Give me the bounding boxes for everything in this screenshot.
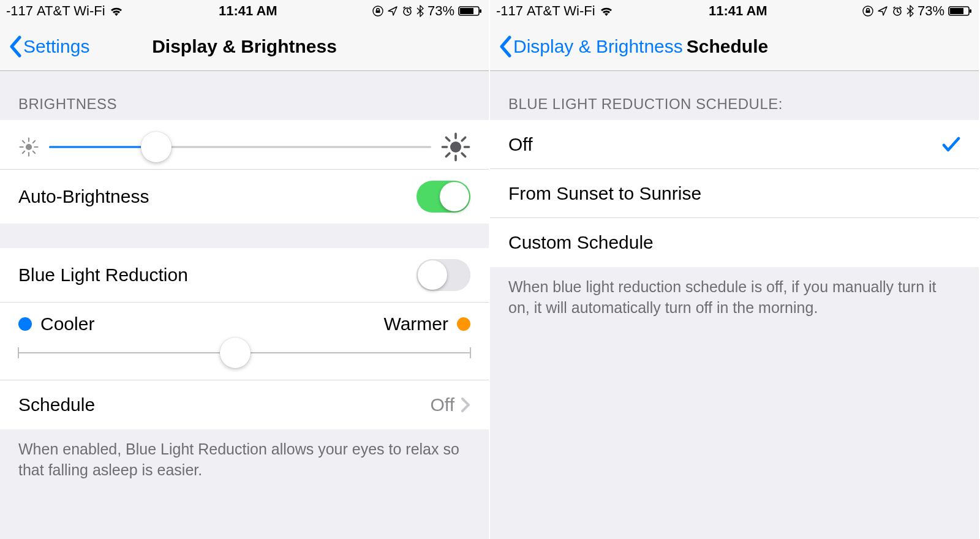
- alarm-icon: [892, 6, 903, 17]
- temperature-labels: Cooler Warmer: [0, 303, 489, 334]
- page-title: Schedule: [687, 36, 768, 57]
- option-label: From Sunset to Sunrise: [508, 183, 960, 204]
- phone-right: -117 AT&T Wi-Fi 11:41 AM 73%: [490, 0, 980, 539]
- sun-small-icon: [18, 137, 39, 157]
- back-button[interactable]: Display & Brightness: [499, 36, 683, 58]
- option-off[interactable]: Off: [490, 120, 979, 169]
- location-icon: [387, 6, 398, 17]
- option-custom-schedule[interactable]: Custom Schedule: [490, 218, 979, 267]
- auto-brightness-toggle[interactable]: [417, 181, 470, 213]
- svg-rect-26: [950, 8, 963, 14]
- blue-light-row: Blue Light Reduction: [0, 248, 489, 303]
- status-time: 11:41 AM: [219, 3, 277, 19]
- svg-line-20: [462, 153, 465, 156]
- blue-light-label: Blue Light Reduction: [18, 265, 417, 285]
- schedule-row[interactable]: Schedule Off: [0, 380, 489, 429]
- brightness-slider[interactable]: [49, 135, 431, 159]
- chevron-right-icon: [461, 397, 470, 413]
- wifi-icon: [599, 6, 614, 17]
- status-bar: -117 AT&T Wi-Fi 11:41 AM 73%: [490, 0, 979, 22]
- svg-line-10: [23, 141, 24, 143]
- bluetooth-icon: [417, 5, 424, 17]
- signal-strength: -117: [496, 3, 523, 19]
- rotation-lock-icon: [862, 6, 873, 17]
- auto-brightness-label: Auto-Brightness: [18, 186, 417, 207]
- signal-strength: -117: [6, 3, 33, 19]
- nav-bar: Display & Brightness Schedule: [490, 22, 979, 71]
- cooler-dot-icon: [18, 317, 32, 331]
- svg-line-13: [33, 141, 35, 143]
- svg-line-19: [446, 137, 449, 140]
- svg-point-14: [450, 141, 461, 153]
- page-title: Display & Brightness: [152, 36, 337, 57]
- alarm-icon: [402, 6, 413, 17]
- brightness-slider-row: [0, 120, 489, 170]
- location-icon: [877, 6, 888, 17]
- option-sunset-sunrise[interactable]: From Sunset to Sunrise: [490, 169, 979, 218]
- warmer-label: Warmer: [383, 314, 448, 334]
- status-bar: -117 AT&T Wi-Fi 11:41 AM 73%: [0, 0, 489, 22]
- warmer-dot-icon: [457, 317, 470, 331]
- option-label: Custom Schedule: [508, 232, 960, 253]
- back-label: Settings: [23, 36, 89, 57]
- section-header-brightness: BRIGHTNESS: [0, 71, 489, 120]
- schedule-value: Off: [431, 394, 454, 415]
- section-header-schedule: BLUE LIGHT REDUCTION SCHEDULE:: [490, 71, 979, 120]
- carrier-label: AT&T Wi-Fi: [37, 3, 105, 19]
- svg-rect-3: [460, 8, 473, 14]
- battery-percent: 73%: [918, 3, 944, 19]
- svg-line-11: [33, 151, 35, 153]
- sun-large-icon: [441, 132, 470, 162]
- blue-light-footer: When enabled, Blue Light Reduction allow…: [0, 429, 489, 496]
- svg-line-21: [446, 153, 449, 156]
- svg-rect-4: [480, 9, 481, 13]
- back-label: Display & Brightness: [513, 36, 683, 57]
- schedule-label: Schedule: [18, 394, 431, 415]
- battery-icon: [458, 6, 483, 17]
- blue-light-toggle[interactable]: [417, 259, 470, 291]
- carrier-label: AT&T Wi-Fi: [527, 3, 595, 19]
- battery-percent: 73%: [428, 3, 454, 19]
- status-time: 11:41 AM: [709, 3, 767, 19]
- phone-left: -117 AT&T Wi-Fi 11:41 AM 73%: [0, 0, 490, 539]
- back-button[interactable]: Settings: [9, 36, 89, 58]
- cooler-label: Cooler: [40, 314, 94, 334]
- svg-point-5: [26, 144, 32, 150]
- blue-light-group: Blue Light Reduction Cooler Warmer Sched…: [0, 248, 489, 429]
- schedule-footer: When blue light reduction schedule is of…: [490, 267, 979, 333]
- checkmark-icon: [942, 137, 960, 153]
- nav-bar: Settings Display & Brightness: [0, 22, 489, 71]
- svg-line-12: [23, 151, 24, 153]
- option-label: Off: [508, 134, 942, 155]
- battery-icon: [948, 6, 973, 17]
- chevron-left-icon: [9, 36, 22, 58]
- svg-line-22: [462, 137, 465, 140]
- temperature-slider[interactable]: [18, 341, 470, 365]
- wifi-icon: [109, 6, 124, 17]
- schedule-options-group: Off From Sunset to Sunrise Custom Schedu…: [490, 120, 979, 267]
- svg-rect-27: [970, 9, 971, 13]
- brightness-group: Auto-Brightness: [0, 120, 489, 224]
- rotation-lock-icon: [372, 6, 383, 17]
- chevron-left-icon: [499, 36, 512, 58]
- auto-brightness-row: Auto-Brightness: [0, 170, 489, 224]
- bluetooth-icon: [907, 5, 914, 17]
